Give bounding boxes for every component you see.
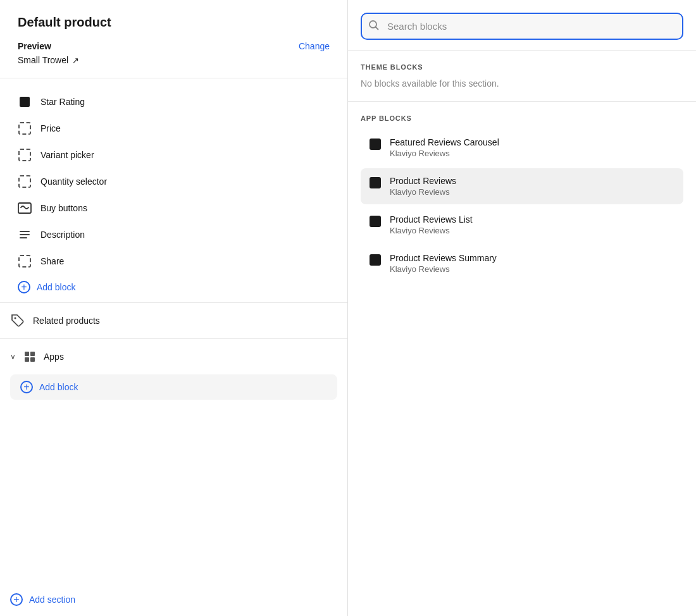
app-block-icon-featured-reviews: [370, 139, 381, 150]
app-block-info-product-reviews-summary: Product Reviews Summary Klaviyo Reviews: [390, 253, 497, 274]
left-panel: Default product Preview Change Small Tro…: [0, 0, 348, 616]
right-panel: THEME BLOCKS No blocks available for thi…: [348, 0, 696, 616]
app-block-name: Product Reviews List: [390, 214, 473, 225]
svg-rect-2: [25, 352, 29, 356]
price-icon: [18, 121, 32, 135]
block-item-label: Share: [40, 256, 64, 266]
block-item-star-rating[interactable]: Star Rating: [10, 89, 337, 115]
preview-value: Small Trowel ↗: [18, 55, 330, 65]
block-item-label: Variant picker: [40, 150, 94, 160]
app-block-source: Klaviyo Reviews: [390, 149, 499, 158]
app-blocks-section: APP BLOCKS Featured Reviews Carousel Kla…: [348, 101, 696, 292]
block-item-variant-picker[interactable]: Variant picker: [10, 142, 337, 168]
svg-rect-4: [25, 357, 29, 362]
add-section-button[interactable]: + Add section: [0, 583, 347, 616]
block-item-share[interactable]: Share: [10, 248, 337, 274]
change-link[interactable]: Change: [299, 41, 330, 51]
block-item-label: Quantity selector: [40, 176, 107, 187]
app-block-info-product-reviews-list: Product Reviews List Klaviyo Reviews: [390, 214, 473, 235]
section-item-label: Related products: [33, 316, 100, 326]
theme-blocks-title: THEME BLOCKS: [361, 63, 683, 71]
app-block-icon-product-reviews-summary: [370, 254, 381, 266]
preview-product-name: Small Trowel: [18, 55, 68, 65]
search-wrapper: [361, 13, 683, 40]
apps-label: Apps: [44, 352, 64, 362]
app-block-source: Klaviyo Reviews: [390, 187, 456, 197]
description-icon: [18, 228, 32, 242]
apps-plus-circle-icon: +: [20, 381, 33, 393]
app-block-source: Klaviyo Reviews: [390, 226, 473, 235]
app-block-item-product-reviews[interactable]: Product Reviews Klaviyo Reviews: [361, 168, 683, 204]
star-rating-icon: [18, 95, 32, 109]
app-block-info-product-reviews: Product Reviews Klaviyo Reviews: [390, 176, 456, 197]
block-item-price[interactable]: Price: [10, 115, 337, 142]
app-block-icon-product-reviews-list: [370, 216, 381, 227]
app-block-info-featured-reviews: Featured Reviews Carousel Klaviyo Review…: [390, 137, 499, 158]
app-block-icon-product-reviews: [370, 177, 381, 188]
add-section-plus-icon: +: [10, 593, 23, 606]
block-item-quantity-selector[interactable]: Quantity selector: [10, 168, 337, 195]
blocks-list: Star Rating Price Variant picker Quantit…: [0, 78, 347, 300]
tag-icon: [10, 313, 25, 328]
apps-add-block-label: Add block: [39, 382, 78, 392]
preview-label: Preview: [18, 41, 51, 51]
svg-point-1: [15, 317, 16, 319]
app-block-name: Featured Reviews Carousel: [390, 137, 499, 147]
app-block-source: Klaviyo Reviews: [390, 264, 497, 274]
theme-blocks-section: THEME BLOCKS No blocks available for thi…: [348, 51, 696, 101]
block-item-description[interactable]: Description: [10, 221, 337, 248]
plus-circle-icon: +: [18, 281, 30, 293]
svg-rect-5: [30, 357, 35, 362]
header-section: Default product Preview Change Small Tro…: [0, 0, 347, 78]
section-item-related-products[interactable]: Related products: [0, 305, 347, 336]
app-block-item-product-reviews-list[interactable]: Product Reviews List Klaviyo Reviews: [361, 207, 683, 243]
page-title: Default product: [18, 15, 330, 30]
buy-buttons-icon: [18, 201, 32, 215]
search-input[interactable]: [361, 13, 683, 40]
share-icon: [18, 254, 32, 268]
add-block-label: Add block: [37, 282, 75, 292]
add-section-label: Add section: [29, 594, 75, 605]
app-block-name: Product Reviews Summary: [390, 253, 497, 263]
block-item-label: Buy buttons: [40, 203, 87, 213]
search-area: [348, 0, 696, 51]
app-blocks-title: APP BLOCKS: [361, 114, 683, 122]
apps-section-header[interactable]: ∨ Apps: [0, 342, 347, 372]
app-block-name: Product Reviews: [390, 176, 456, 186]
divider: [0, 302, 347, 303]
block-item-label: Price: [40, 123, 61, 133]
block-item-buy-buttons[interactable]: Buy buttons: [10, 195, 337, 221]
add-block-button[interactable]: + Add block: [10, 274, 337, 300]
block-item-label: Star Rating: [40, 97, 85, 107]
no-blocks-text: No blocks available for this section.: [361, 78, 683, 89]
chevron-down-icon: ∨: [10, 352, 16, 361]
variant-picker-icon: [18, 148, 32, 162]
svg-rect-3: [30, 352, 35, 356]
apps-grid-icon: [22, 349, 37, 364]
apps-add-block-button[interactable]: + Add block: [10, 374, 337, 400]
divider-2: [0, 338, 347, 339]
block-item-label: Description: [40, 230, 85, 240]
app-block-item-featured-reviews[interactable]: Featured Reviews Carousel Klaviyo Review…: [361, 130, 683, 166]
app-block-item-product-reviews-summary[interactable]: Product Reviews Summary Klaviyo Reviews: [361, 245, 683, 281]
quantity-selector-icon: [18, 175, 32, 188]
external-link-icon[interactable]: ↗: [72, 56, 79, 65]
preview-row: Preview Change: [18, 41, 330, 51]
